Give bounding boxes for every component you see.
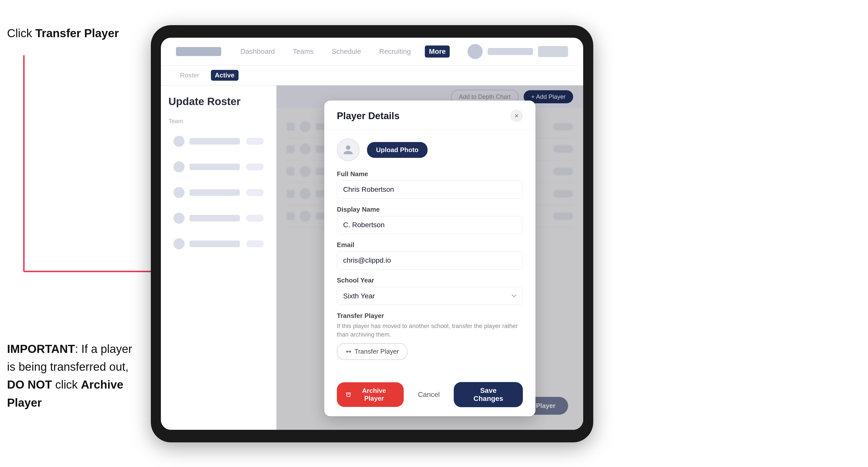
nav-item-teams[interactable]: Teams bbox=[289, 45, 317, 58]
sidebar-item-1[interactable] bbox=[168, 130, 269, 153]
display-name-label: Display Name bbox=[337, 206, 523, 213]
sub-bar-roster[interactable]: Roster bbox=[176, 70, 204, 81]
cancel-button[interactable]: Cancel bbox=[409, 386, 449, 403]
school-year-select[interactable]: First Year Second Year Third Year Fourth… bbox=[337, 287, 523, 305]
topbar-avatar bbox=[468, 44, 483, 59]
sidebar-item-text-4 bbox=[189, 215, 240, 221]
modal-close-button[interactable]: × bbox=[510, 110, 523, 122]
user-icon bbox=[343, 144, 354, 155]
nav-item-schedule[interactable]: Schedule bbox=[328, 45, 365, 58]
sidebar-item-badge-3 bbox=[246, 189, 264, 196]
topbar-settings-btn[interactable] bbox=[538, 46, 568, 57]
archive-btn-label: Archive Player bbox=[353, 387, 395, 402]
sidebar-item-5[interactable] bbox=[168, 232, 269, 255]
upload-photo-button[interactable]: Upload Photo bbox=[367, 142, 428, 158]
school-year-label: School Year bbox=[337, 277, 523, 284]
save-label: Save Changes bbox=[473, 386, 503, 402]
topbar-name bbox=[488, 48, 533, 55]
photo-section: Upload Photo bbox=[337, 138, 523, 161]
sub-bar-active[interactable]: Active bbox=[211, 70, 239, 81]
email-label: Email bbox=[337, 241, 523, 249]
nav-item-recruiting[interactable]: Recruiting bbox=[375, 45, 415, 58]
sidebar: Update Roster Team bbox=[161, 86, 277, 430]
sidebar-item-text-1 bbox=[189, 138, 240, 145]
transfer-player-button[interactable]: Transfer Player bbox=[337, 343, 407, 360]
cancel-label: Cancel bbox=[418, 391, 440, 398]
right-area: Add to Depth Chart + Add Player bbox=[277, 86, 583, 430]
sidebar-item-3[interactable] bbox=[168, 181, 269, 204]
sidebar-item-badge-2 bbox=[246, 163, 264, 170]
transfer-section: Transfer Player If this player has moved… bbox=[337, 312, 523, 360]
full-name-input[interactable] bbox=[337, 181, 523, 198]
nav-item-dashboard[interactable]: Dashboard bbox=[236, 45, 279, 58]
sidebar-item-text-2 bbox=[189, 164, 240, 170]
instruction-important: IMPORTANT bbox=[7, 342, 75, 355]
sidebar-item-avatar-4 bbox=[174, 213, 185, 224]
main-content: Update Roster Team bbox=[161, 86, 583, 430]
instruction-top-prefix: Click bbox=[7, 27, 35, 40]
app-logo bbox=[176, 47, 221, 56]
full-name-group: Full Name bbox=[337, 170, 523, 198]
tablet-screen: Dashboard Teams Schedule Recruiting More… bbox=[161, 38, 583, 430]
instruction-click-label: click bbox=[52, 378, 81, 391]
sidebar-item-badge-1 bbox=[246, 138, 264, 145]
sub-bar: Roster Active bbox=[161, 65, 583, 86]
sidebar-item-avatar-5 bbox=[174, 238, 185, 249]
transfer-icon bbox=[345, 348, 352, 355]
save-changes-button[interactable]: Save Changes bbox=[454, 382, 523, 407]
sidebar-label: Team bbox=[168, 118, 269, 125]
school-year-group: School Year First Year Second Year Third… bbox=[337, 277, 523, 305]
modal-body: Upload Photo Full Name Display Name bbox=[324, 129, 535, 376]
sidebar-title: Update Roster bbox=[168, 95, 269, 107]
transfer-description: If this player has moved to another scho… bbox=[337, 322, 523, 339]
sidebar-item-text-3 bbox=[189, 189, 240, 196]
app-topbar: Dashboard Teams Schedule Recruiting More bbox=[161, 38, 583, 65]
nav-items: Dashboard Teams Schedule Recruiting More bbox=[236, 45, 453, 58]
nav-item-more[interactable]: More bbox=[425, 45, 450, 58]
archive-icon bbox=[346, 392, 351, 397]
display-name-group: Display Name bbox=[337, 206, 523, 234]
tablet: Dashboard Teams Schedule Recruiting More… bbox=[151, 25, 593, 442]
instruction-top: Click Transfer Player bbox=[7, 25, 119, 41]
instruction-do-not: DO NOT bbox=[7, 378, 52, 391]
sidebar-item-text-5 bbox=[189, 241, 240, 247]
sidebar-item-badge-4 bbox=[246, 215, 264, 222]
full-name-label: Full Name bbox=[337, 170, 523, 178]
sidebar-item-2[interactable] bbox=[168, 155, 269, 179]
close-icon: × bbox=[515, 112, 519, 120]
modal-title: Player Details bbox=[337, 111, 399, 121]
instruction-top-highlight: Transfer Player bbox=[35, 27, 119, 40]
instruction-bottom: IMPORTANT: If a player is being transfer… bbox=[7, 340, 143, 412]
modal-footer: Archive Player Cancel Save Changes bbox=[324, 376, 535, 416]
sidebar-item-avatar-1 bbox=[174, 136, 185, 147]
sidebar-item-avatar-2 bbox=[174, 161, 185, 173]
topbar-right bbox=[468, 44, 568, 59]
avatar-placeholder bbox=[337, 138, 360, 161]
modal-overlay: Player Details × bbox=[277, 86, 583, 430]
sidebar-item-4[interactable] bbox=[168, 207, 269, 230]
email-input[interactable] bbox=[337, 251, 523, 270]
player-details-modal: Player Details × bbox=[324, 100, 535, 416]
sidebar-item-avatar-3 bbox=[174, 187, 185, 198]
archive-player-button[interactable]: Archive Player bbox=[337, 382, 404, 407]
transfer-btn-label: Transfer Player bbox=[354, 348, 399, 355]
display-name-input[interactable] bbox=[337, 216, 523, 234]
upload-photo-label: Upload Photo bbox=[376, 146, 418, 154]
modal-header: Player Details × bbox=[324, 100, 535, 129]
transfer-title: Transfer Player bbox=[337, 312, 523, 320]
svg-rect-3 bbox=[346, 393, 351, 394]
email-group: Email bbox=[337, 241, 523, 270]
sidebar-item-badge-5 bbox=[246, 240, 264, 247]
